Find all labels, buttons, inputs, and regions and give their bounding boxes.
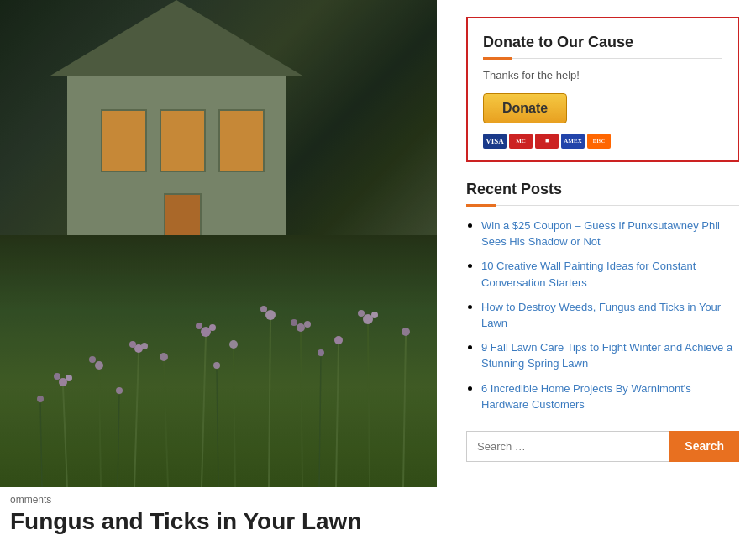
list-item: Win a $25 Coupon – Guess If Punxsutawney…	[481, 218, 739, 249]
search-button[interactable]: Search	[669, 431, 739, 462]
donate-subtitle: Thanks for the help!	[483, 69, 722, 81]
hero-image-panel	[0, 0, 437, 487]
hero-image	[0, 0, 437, 487]
discover-icon: DISC	[587, 134, 611, 149]
post-link-2[interactable]: 10 Creative Wall Painting Ideas for Cons…	[481, 260, 696, 288]
visa-icon: VISA	[483, 134, 507, 149]
card-icon-red: ■	[535, 134, 559, 149]
post-link-1[interactable]: Win a $25 Coupon – Guess If Punxsutawney…	[481, 219, 720, 248]
search-input[interactable]	[466, 431, 669, 462]
amex-icon: AMEX	[561, 134, 585, 149]
post-link-3[interactable]: How to Destroy Weeds, Fungus and Ticks i…	[481, 301, 721, 329]
search-widget: Search	[466, 431, 739, 462]
article-title-area: omments Fungus and Ticks in Your Lawn	[0, 487, 437, 551]
right-sidebar: Donate to Our Cause Thanks for the help!…	[449, 0, 756, 551]
mastercard-icon: MC	[509, 134, 533, 149]
list-item: 6 Incredible Home Projects By Warnimont'…	[481, 380, 739, 412]
donate-widget: Donate to Our Cause Thanks for the help!…	[466, 17, 739, 162]
post-link-4[interactable]: 9 Fall Lawn Care Tips to Fight Winter an…	[481, 341, 732, 370]
donate-button[interactable]: Donate	[483, 93, 567, 123]
list-item: How to Destroy Weeds, Fungus and Ticks i…	[481, 299, 739, 331]
list-item: 10 Creative Wall Painting Ideas for Cons…	[481, 258, 739, 290]
article-comments: omments	[10, 494, 427, 506]
recent-posts-widget: Recent Posts Win a $25 Coupon – Guess If…	[466, 181, 739, 412]
article-title: Fungus and Ticks in Your Lawn	[10, 509, 427, 535]
recent-posts-divider	[466, 205, 739, 206]
list-item: 9 Fall Lawn Care Tips to Fight Winter an…	[481, 339, 739, 371]
post-list: Win a $25 Coupon – Guess If Punxsutawney…	[466, 218, 739, 412]
payment-icons: VISA MC ■ AMEX DISC	[483, 134, 722, 149]
recent-posts-title: Recent Posts	[466, 181, 739, 198]
donate-widget-title: Donate to Our Cause	[483, 34, 722, 51]
donate-divider	[483, 58, 722, 59]
post-link-5[interactable]: 6 Incredible Home Projects By Warnimont'…	[481, 382, 691, 411]
image-overlay	[0, 0, 437, 487]
